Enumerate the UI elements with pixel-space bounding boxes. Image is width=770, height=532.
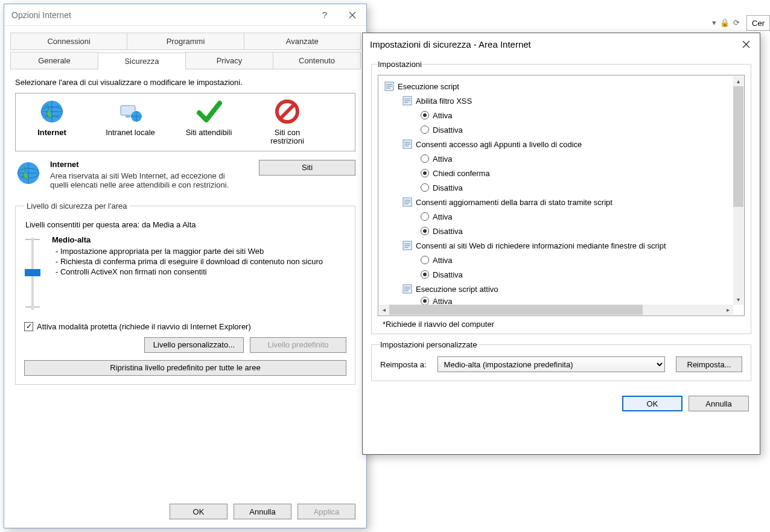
tab-privacy[interactable]: Privacy — [185, 52, 273, 69]
browser-search-box[interactable]: Cer — [746, 15, 770, 31]
zone-internet[interactable]: Internet — [22, 98, 82, 146]
scrollbar-thumb[interactable] — [733, 86, 743, 207]
search-text: Cer — [752, 19, 765, 28]
zone-label: Siti con restrizioni — [257, 128, 317, 146]
scroll-right-icon[interactable]: ▸ — [723, 305, 733, 315]
zone-label: Internet — [37, 128, 66, 137]
protected-mode-label: Attiva modalità protetta (richiede il ri… — [37, 322, 251, 331]
tree-option[interactable]: Attiva — [382, 151, 740, 166]
tree-label: Abilita filtro XSS — [416, 97, 472, 106]
sites-button[interactable]: Siti — [259, 160, 355, 176]
tab-advanced[interactable]: Avanzate — [244, 33, 361, 49]
option-label: Attiva — [433, 154, 453, 163]
zone-label: Intranet locale — [106, 128, 155, 137]
settings-tree[interactable]: Esecuzione script Abilita filtro XSS Att… — [378, 75, 745, 316]
restricted-icon — [274, 98, 301, 125]
level-bullet: - Impostazione appropriata per la maggio… — [56, 247, 323, 256]
checkbox-icon: ✓ — [24, 322, 33, 331]
scroll-left-icon[interactable]: ◂ — [379, 305, 389, 315]
level-bullet: - Controlli ActiveX non firmati non cons… — [56, 267, 323, 276]
option-label: Disattiva — [433, 183, 463, 192]
custom-level-button[interactable]: Livello personalizzato... — [144, 337, 244, 353]
tree-label: Consenti accesso agli Appunti a livello … — [416, 140, 582, 149]
scroll-up-icon[interactable]: ▴ — [733, 76, 743, 86]
option-label: Attiva — [433, 212, 453, 221]
horizontal-scrollbar[interactable]: ◂ ▸ — [379, 305, 733, 315]
tree-option[interactable]: Disattiva — [382, 122, 740, 137]
tree-group: Consenti accesso agli Appunti a livello … — [382, 137, 740, 151]
level-description: Medio-alta - Impostazione appropriata pe… — [52, 235, 323, 314]
zone-name: Internet — [50, 160, 231, 169]
ok-button[interactable]: OK — [170, 504, 228, 519]
tree-option[interactable]: Attiva — [382, 209, 740, 224]
tree-label: Esecuzione script — [398, 82, 459, 91]
zone-restricted[interactable]: Siti con restrizioni — [257, 98, 317, 146]
refresh-icon[interactable]: ⟳ — [733, 18, 740, 27]
security-level-group: Livello di sicurezza per l'area Livelli … — [15, 201, 355, 385]
internet-options-dialog: Opzioni Internet ? Connessioni Programmi… — [4, 4, 367, 528]
option-label: Disattiva — [433, 125, 463, 135]
dialog-title: Impostazioni di sicurezza - Area Interne… — [370, 39, 531, 49]
radio-icon — [421, 212, 429, 221]
zone-trusted[interactable]: Siti attendibili — [179, 98, 239, 146]
scroll-down-icon[interactable]: ▾ — [733, 294, 743, 305]
titlebar: Impostazioni di sicurezza - Area Interne… — [363, 33, 760, 55]
security-level-slider[interactable] — [24, 235, 41, 314]
tree-option[interactable]: Disattiva — [382, 180, 740, 195]
option-label: Attiva — [433, 111, 453, 120]
tree-group: Abilita filtro XSS — [382, 93, 740, 108]
dialog-title: Opzioni Internet — [11, 10, 71, 20]
tab-connections[interactable]: Connessioni — [10, 33, 127, 49]
level-name: Medio-alta — [52, 235, 323, 244]
radio-icon — [421, 256, 429, 264]
radio-icon — [421, 169, 429, 177]
restart-note: *Richiede il riavvio del computer — [383, 320, 743, 329]
levels-allowed: Livelli consentiti per questa area: da M… — [25, 220, 346, 229]
custom-legend: Impostazioni personalizzate — [380, 340, 477, 349]
tree-label: Consenti aggiornamenti della barra di st… — [416, 198, 612, 207]
default-level-button[interactable]: Livello predefinito — [250, 337, 346, 353]
reset-level-select[interactable]: Medio-alta (impostazione predefinita) — [438, 356, 665, 372]
tree-option[interactable]: Chiedi conferma — [382, 166, 740, 180]
option-label: Attiva — [433, 256, 453, 265]
security-panel: Selezionare l'area di cui visualizzare o… — [4, 69, 366, 391]
tab-general[interactable]: Generale — [10, 52, 98, 69]
vertical-scrollbar[interactable]: ▴ ▾ — [733, 76, 743, 305]
tree-option[interactable]: Attiva — [382, 108, 740, 122]
tree-option[interactable]: Disattiva — [382, 267, 740, 282]
level-bullet: - Richiesta di conferma prima di eseguir… — [56, 257, 323, 266]
tree-option[interactable]: Attiva — [382, 253, 740, 267]
tree-option[interactable]: Disattiva — [382, 224, 740, 238]
script-icon — [402, 139, 412, 149]
tree-group: Consenti aggiornamenti della barra di st… — [382, 195, 740, 209]
check-icon — [196, 98, 222, 125]
help-button[interactable]: ? — [311, 4, 339, 26]
tab-programs[interactable]: Programmi — [127, 33, 244, 49]
security-settings-dialog: Impostazioni di sicurezza - Area Interne… — [362, 33, 760, 455]
tree-group: Consenti ai siti Web di richiedere infor… — [382, 238, 740, 253]
close-button[interactable] — [339, 4, 366, 26]
reset-label: Reimposta a: — [380, 360, 427, 369]
slider-thumb[interactable] — [25, 269, 40, 276]
tab-security[interactable]: Sicurezza — [98, 52, 186, 69]
zone-intranet[interactable]: Intranet locale — [100, 98, 161, 146]
tab-content[interactable]: Contenuto — [273, 52, 361, 69]
tree-label: Consenti ai siti Web di richiedere infor… — [416, 241, 666, 250]
chevron-down-icon[interactable]: ▾ — [712, 18, 716, 27]
radio-icon — [421, 111, 429, 119]
cancel-button[interactable]: Annulla — [234, 504, 291, 519]
lock-icon[interactable]: 🔒 — [720, 18, 730, 27]
restore-all-button[interactable]: Ripristina livello predefinito per tutte… — [24, 360, 346, 376]
reset-button[interactable]: Reimposta... — [676, 356, 742, 372]
close-icon — [349, 11, 356, 19]
protected-mode-checkbox[interactable]: ✓ Attiva modalità protetta (richiede il … — [24, 322, 346, 331]
close-button[interactable] — [732, 33, 760, 55]
ok-button[interactable]: OK — [622, 396, 682, 411]
scrollbar-thumb[interactable] — [389, 305, 643, 315]
apply-button[interactable]: Applica — [298, 504, 355, 519]
cancel-button[interactable]: Annulla — [689, 396, 749, 411]
option-label: Disattiva — [433, 270, 463, 279]
radio-icon — [421, 270, 429, 279]
zone-list: Internet Intranet locale Siti attendibil… — [15, 93, 355, 151]
radio-icon — [421, 125, 429, 134]
